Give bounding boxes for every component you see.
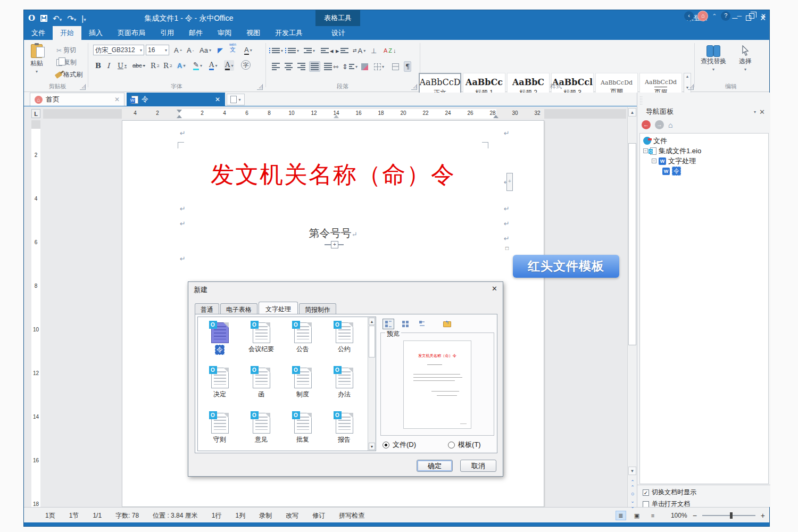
web-layout-view-button[interactable]: ▣ <box>631 511 642 520</box>
new-tab-button[interactable]: ▾ <box>227 94 245 105</box>
scroll-up-button[interactable]: ▲ <box>628 108 636 117</box>
ok-button[interactable]: 确定 <box>417 460 453 472</box>
first-line-indent-marker[interactable] <box>177 110 182 113</box>
zoom-in-button[interactable]: + <box>761 511 765 520</box>
browse-next-icon[interactable]: ⌄⌄ <box>628 498 637 509</box>
zoom-level[interactable]: 100% <box>671 512 687 519</box>
ribbon-tab[interactable]: 设计 <box>324 26 353 40</box>
borders-button[interactable]: ▾ <box>373 61 385 72</box>
italic-button[interactable]: I <box>106 60 111 71</box>
character-scale-button[interactable]: ⇄A▾ <box>352 45 367 56</box>
character-shading-button[interactable]: A▾ <box>224 60 234 71</box>
print-layout-view-button[interactable]: ≣ <box>616 511 626 520</box>
outline-view-button[interactable]: ≡ <box>647 511 658 520</box>
nav-option[interactable]: 切换文档时显示 <box>643 488 696 497</box>
doc-close-button[interactable]: ✕ <box>761 12 766 20</box>
ribbon-tab[interactable]: 插入 <box>81 26 110 40</box>
sort-button[interactable]: AZ↓ <box>383 45 397 56</box>
template-item[interactable]: O 制度 <box>294 364 312 410</box>
status-item[interactable]: 1行 <box>212 511 222 520</box>
underline-button[interactable]: U▾ <box>117 60 128 71</box>
template-item[interactable]: O 意见 <box>253 410 270 451</box>
scroll-thumb[interactable] <box>628 143 636 345</box>
vertical-ruler[interactable]: 24681012141618 <box>31 120 40 507</box>
font-color-button[interactable]: A▾ <box>208 60 218 71</box>
increase-indent-button[interactable]: ▸ <box>335 45 350 56</box>
align-right-button[interactable] <box>296 61 306 72</box>
doc-minimize-button[interactable]: ─ <box>737 12 742 20</box>
nav-forward-icon[interactable]: → <box>655 120 664 129</box>
asian-layout-button[interactable] <box>391 61 400 72</box>
ribbon-tab[interactable]: 引用 <box>153 26 181 40</box>
browse-object-icon[interactable]: ○ <box>628 491 637 496</box>
font-size-combo[interactable]: 16▾ <box>146 45 169 55</box>
tree-item-module[interactable]: − W 文字处理 <box>640 156 768 166</box>
character-border-icon[interactable]: A▾ <box>243 45 253 55</box>
doc-number-line[interactable]: 第令号号↵ <box>122 226 544 240</box>
zoom-slider[interactable] <box>702 515 755 516</box>
paste-button[interactable]: 粘贴▾ <box>30 44 43 74</box>
template-item[interactable]: O 决定 <box>211 364 229 410</box>
collapse-ribbon-icon[interactable]: ⌃ <box>712 13 717 20</box>
cut-button[interactable]: ✂ 剪切 <box>55 45 78 55</box>
tab-stop-selector[interactable]: L <box>31 109 40 118</box>
status-item[interactable]: 拼写检查 <box>339 511 364 520</box>
app-logo-icon[interactable]: O <box>28 14 35 22</box>
template-item[interactable]: O 公告 <box>294 319 312 364</box>
status-item[interactable]: 1节 <box>69 511 79 520</box>
ribbon-tab[interactable]: 开始 <box>53 26 81 40</box>
show-marks-button[interactable]: ¶ <box>404 61 411 72</box>
shading-button[interactable] <box>360 61 369 72</box>
ribbon-tab[interactable]: 审阅 <box>210 26 239 40</box>
status-item[interactable]: 1页 <box>45 511 55 520</box>
right-indent-marker[interactable] <box>493 115 498 118</box>
doc-tab-home[interactable]: ⌂ 首页 ✕ <box>30 93 124 106</box>
save-icon[interactable] <box>40 15 47 22</box>
template-item[interactable]: O 会议纪要 <box>247 319 275 364</box>
large-icons-view-button[interactable] <box>383 319 394 329</box>
strikethrough-button[interactable]: abc▾ <box>131 60 146 71</box>
zoom-out-button[interactable]: − <box>693 511 697 520</box>
scroll-thumb[interactable] <box>369 326 375 358</box>
ribbon-tab[interactable]: 视图 <box>239 26 268 40</box>
status-item[interactable]: 修订 <box>312 511 325 520</box>
clipboard-dialog-launcher[interactable]: ◿ <box>80 84 86 90</box>
multilevel-list-button[interactable]: ▾ <box>303 45 316 56</box>
template-item[interactable]: O 办法 <box>336 364 353 410</box>
status-item[interactable]: 录制 <box>259 511 272 520</box>
tab-marker[interactable] <box>334 115 339 118</box>
template-item[interactable]: O 报告 <box>336 410 353 451</box>
close-tab-icon[interactable]: ✕ <box>114 96 120 103</box>
doc-tab-current[interactable]: 令 ✕ <box>127 93 225 106</box>
tree-item-file[interactable]: − 集成文件1.eio <box>640 146 768 156</box>
template-item[interactable]: O 函 <box>253 364 270 410</box>
style-dialog-launcher[interactable]: ◿ <box>688 84 694 90</box>
home-nav-icon[interactable]: ⌂ <box>698 11 708 21</box>
help-icon[interactable]: ? <box>721 11 730 21</box>
clear-format-icon[interactable]: ◤ <box>217 45 224 55</box>
small-icons-view-button[interactable] <box>400 319 411 329</box>
phonetic-guide-icon[interactable]: wén文 <box>228 43 237 54</box>
qat-customize-button[interactable]: |▾ <box>81 14 86 22</box>
close-tab-icon[interactable]: ✕ <box>215 96 220 103</box>
open-folder-button[interactable] <box>441 319 453 329</box>
ribbon-tab[interactable]: 页面布局 <box>110 26 153 40</box>
tab-stop-button[interactable]: ⊥ <box>370 45 378 56</box>
format-painter-button[interactable]: 格式刷 <box>54 70 84 80</box>
list-view-button[interactable] <box>417 319 428 329</box>
collapse-expander[interactable]: − <box>643 148 648 153</box>
status-item[interactable]: 1列 <box>235 511 245 520</box>
nav-panel-menu-icon[interactable]: ▾ <box>754 110 756 114</box>
find-replace-button[interactable]: 查找替换▾ <box>701 45 726 72</box>
nav-back-icon[interactable]: ← <box>642 120 651 129</box>
checkbox[interactable] <box>643 489 649 496</box>
subscript-button[interactable]: R2 <box>149 60 161 71</box>
status-item[interactable]: 改写 <box>286 511 298 520</box>
tree-item-doc[interactable]: W 令 <box>640 166 768 176</box>
cancel-button[interactable]: 取消 <box>460 460 496 472</box>
bullets-button[interactable]: ▾ <box>271 45 284 56</box>
justify-button[interactable] <box>309 61 320 72</box>
horizontal-ruler[interactable]: 422468101214161820222426283032 <box>43 109 626 119</box>
dialog-close-icon[interactable]: ✕ <box>492 285 497 293</box>
zoom-slider-handle[interactable] <box>730 512 733 519</box>
